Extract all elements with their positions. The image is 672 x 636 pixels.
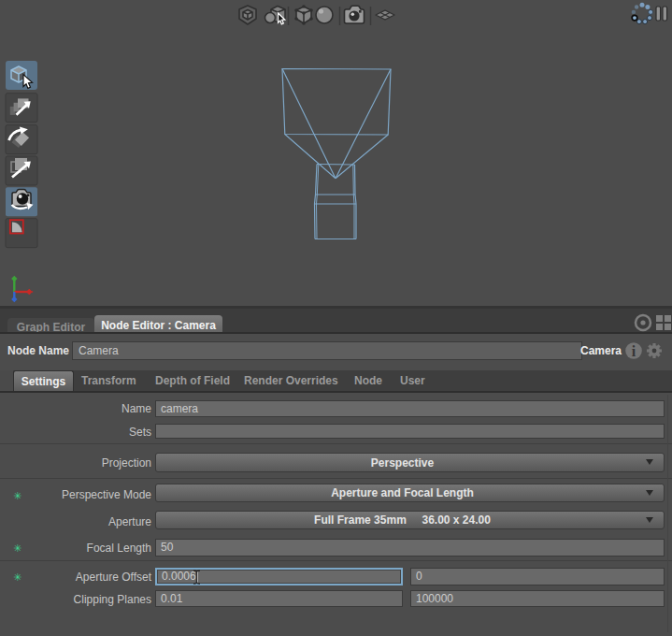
svg-text:i: i: [632, 343, 636, 359]
